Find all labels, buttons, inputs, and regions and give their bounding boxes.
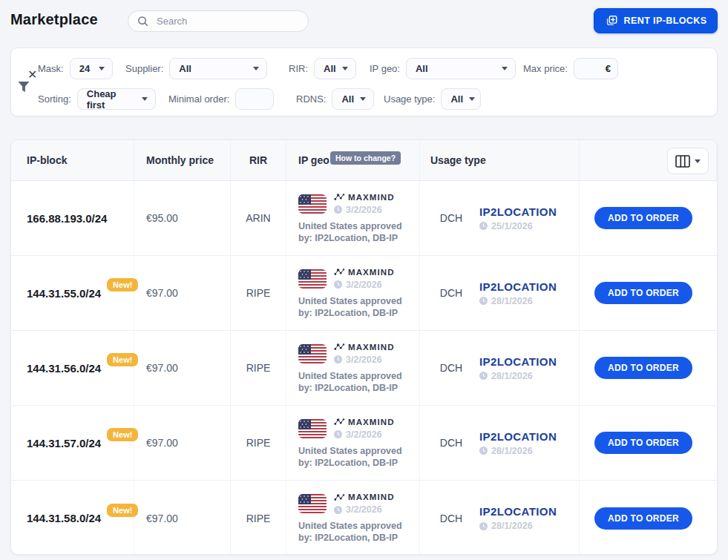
filters-panel: ✕ Mask: 24 Supplier: All RIR: All IP geo… [10, 47, 718, 116]
ip-block-value: 144.31.57.0/24 [27, 437, 101, 449]
usage-type-cell: DCH IP2LOCATION 28/1/2026 [420, 331, 580, 405]
chevron-down-icon [360, 97, 366, 101]
clock-icon [479, 522, 488, 530]
clock-icon [334, 355, 342, 363]
maxmind-date: 3/2/2026 [334, 280, 395, 290]
usage-type-value: DCH [430, 362, 472, 374]
filter-funnel-icon[interactable] [17, 81, 30, 93]
monthly-price: €95.00 [134, 181, 231, 255]
search-box [128, 10, 309, 32]
us-flag-icon [298, 419, 327, 438]
usage-type-cell: DCH IP2LOCATION 28/1/2026 [420, 406, 580, 480]
rdns-select[interactable]: All [332, 88, 374, 110]
mask-label: Mask: [38, 63, 64, 74]
chevron-down-icon [253, 67, 259, 70]
maxmind-logo: MAXMIND [334, 343, 395, 352]
add-to-order-button[interactable]: ADD TO ORDER [594, 432, 692, 454]
maxmind-logo: MAXMIND [334, 493, 395, 501]
maxmind-logo: MAXMIND [334, 193, 395, 202]
ip-geo-cell: MAXMIND 3/2/2026 United States approved … [286, 406, 420, 480]
usagetype-value: All [450, 93, 463, 105]
ipgeo-select[interactable]: All [406, 58, 516, 79]
ip-geo-cell: MAXMIND 3/2/2026 United States approved … [286, 181, 420, 255]
maxmind-mark-icon [334, 268, 345, 276]
ip2location-logo: IP2LOCATION [479, 280, 557, 293]
rir-value: RIPE [231, 481, 286, 555]
ip2location-logo: IP2LOCATION [479, 205, 557, 218]
ip-block-value: 144.31.56.0/24 [27, 362, 101, 375]
usage-type-cell: DCH IP2LOCATION 25/1/2026 [420, 181, 580, 255]
monthly-price: €97.00 [134, 406, 231, 480]
new-badge: New! [107, 353, 138, 366]
maxprice-input[interactable]: € [574, 58, 618, 79]
monthly-price: €97.00 [134, 331, 231, 405]
minorder-label: Minimal order: [168, 93, 229, 105]
add-to-order-button[interactable]: ADD TO ORDER [594, 357, 692, 379]
how-to-change-tooltip[interactable]: How to change? [330, 151, 401, 165]
search-input[interactable] [128, 10, 309, 32]
filter-rdns: RDNS: All [296, 88, 374, 110]
usage-type-cell: DCH IP2LOCATION 28/1/2026 [420, 256, 580, 330]
usagetype-select[interactable]: All [441, 88, 481, 110]
rir-label: RIR: [289, 63, 308, 74]
add-to-order-button[interactable]: ADD TO ORDER [594, 282, 692, 304]
filter-minorder: Minimal order: [168, 88, 274, 110]
ip2location-date: 28/1/2026 [479, 296, 557, 306]
filter-rir: RIR: All [289, 58, 356, 79]
usage-type-value: DCH [430, 437, 472, 449]
rdns-value: All [341, 93, 354, 105]
col-header-price: Monthly price [134, 140, 231, 180]
add-to-order-button[interactable]: ADD TO ORDER [594, 207, 692, 229]
rent-ip-blocks-button[interactable]: RENT IP-BLOCKS [594, 8, 718, 33]
column-settings-button[interactable] [667, 148, 709, 174]
col-header-rir: RIR [231, 140, 286, 180]
rir-select[interactable]: All [314, 58, 356, 79]
ip2location-logo: IP2LOCATION [479, 430, 557, 443]
ip2location-logo: IP2LOCATION [479, 505, 557, 518]
filter-maxprice: Max price: € [523, 58, 618, 79]
chevron-down-icon [342, 67, 348, 70]
maxmind-logo: MAXMIND [334, 268, 395, 277]
rent-ip-blocks-label: RENT IP-BLOCKS [624, 16, 707, 26]
ip-block-value: 144.31.55.0/24 [27, 287, 101, 300]
supplier-select[interactable]: All [169, 58, 267, 79]
ip2location-date: 25/1/2026 [479, 221, 557, 231]
rir-value: RIPE [231, 406, 286, 480]
add-ip-blocks-icon [605, 14, 618, 27]
rdns-label: RDNS: [296, 93, 326, 105]
clock-icon [334, 205, 342, 214]
ip2location-date: 28/1/2026 [479, 446, 557, 456]
col-header-usagetype: Usage type [420, 140, 580, 180]
mask-select[interactable]: 24 [70, 58, 113, 79]
ip-geo-cell: MAXMIND 3/2/2026 United States approved … [286, 331, 420, 405]
ip2location-date: 28/1/2026 [479, 371, 557, 381]
table-header: IP-block Monthly price RIR IP geo Usage … [11, 140, 717, 181]
sorting-select[interactable]: Cheap first [77, 88, 156, 110]
clock-icon [479, 297, 488, 305]
maxmind-mark-icon [334, 418, 345, 426]
ipgeo-value: All [416, 63, 428, 74]
rir-value: ARIN [231, 181, 286, 255]
usage-type-value: DCH [430, 513, 472, 524]
geo-approval-note: United States approved by: IP2Location, … [298, 220, 417, 244]
add-to-order-button[interactable]: ADD TO ORDER [594, 507, 692, 530]
clear-filters-icon[interactable]: ✕ [27, 69, 37, 81]
table-row: 144.31.56.0/24New! €97.00 RIPE MAXMIND 3… [11, 331, 717, 406]
new-badge: New! [107, 278, 138, 291]
maxmind-date: 3/2/2026 [334, 504, 395, 515]
new-badge: New! [107, 504, 138, 517]
clock-icon [334, 506, 342, 514]
maxmind-mark-icon [334, 193, 345, 201]
minorder-input[interactable] [235, 88, 274, 110]
chevron-down-icon [469, 97, 475, 101]
maxmind-mark-icon [334, 493, 345, 501]
filter-sorting: Sorting: Cheap first [38, 88, 156, 110]
sorting-label: Sorting: [38, 93, 71, 105]
chevron-down-icon [502, 67, 508, 70]
col-header-ipblock: IP-block [11, 140, 134, 180]
usagetype-label: Usage type: [384, 93, 435, 105]
chevron-down-icon [695, 159, 701, 163]
us-flag-icon [298, 194, 327, 214]
clock-icon [479, 222, 488, 230]
filter-supplier: Supplier: All [125, 58, 267, 79]
